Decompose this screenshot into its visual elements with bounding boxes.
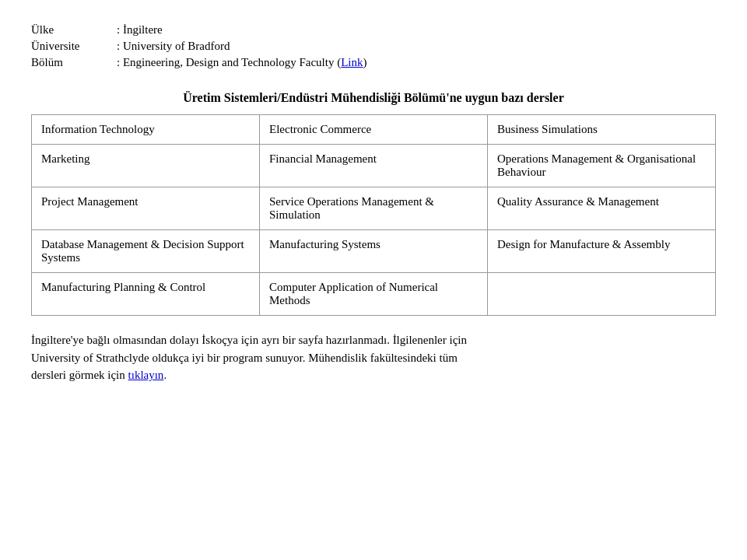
table-cell-0-2: Business Simulations — [488, 115, 716, 145]
footer-line1: İngiltere'ye bağlı olmasından dolayı İsk… — [31, 334, 467, 346]
footer-line3-suffix: . — [163, 369, 167, 381]
table-row: Manufacturing Planning & ControlComputer… — [32, 273, 716, 316]
ulke-value: : İngiltere — [117, 23, 163, 37]
universite-label: Üniversite — [31, 40, 117, 53]
bolum-label: Bölüm — [31, 56, 117, 69]
header-section: Ülke : İngiltere Üniversite : University… — [31, 23, 716, 69]
table-cell-2-0: Project Management — [32, 187, 260, 230]
table-cell-2-2: Quality Assurance & Management — [488, 187, 716, 230]
table-row: MarketingFinancial ManagementOperations … — [32, 145, 716, 187]
table-cell-1-1: Financial Management — [260, 145, 488, 187]
bolum-text: : Engineering, Design and Technology Fac… — [117, 56, 341, 68]
universite-row: Üniversite : University of Bradford — [31, 40, 716, 53]
table-cell-0-0: Information Technology — [32, 115, 260, 145]
ulke-label: Ülke — [31, 23, 117, 37]
footer-line2: University of Strathclyde oldukça iyi bi… — [31, 352, 458, 364]
table-cell-3-1: Manufacturing Systems — [260, 230, 488, 273]
table-row: Information TechnologyElectronic Commerc… — [32, 115, 716, 145]
table-cell-1-2: Operations Management & Organisational B… — [488, 145, 716, 187]
table-cell-4-0: Manufacturing Planning & Control — [32, 273, 260, 316]
section-title: Üretim Sistemleri/Endüstri Mühendisliği … — [31, 91, 716, 105]
footer-line3-prefix: dersleri görmek için — [31, 369, 128, 381]
table-cell-3-0: Database Management & Decision Support S… — [32, 230, 260, 273]
table-cell-1-0: Marketing — [32, 145, 260, 187]
bolum-link[interactable]: Link — [341, 56, 363, 68]
ulke-row: Ülke : İngiltere — [31, 23, 716, 37]
table-row: Database Management & Decision Support S… — [32, 230, 716, 273]
courses-table: Information TechnologyElectronic Commerc… — [31, 114, 716, 316]
table-cell-3-2: Design for Manufacture & Assembly — [488, 230, 716, 273]
bolum-value: : Engineering, Design and Technology Fac… — [117, 56, 367, 69]
universite-value: : University of Bradford — [117, 40, 230, 53]
footer-link[interactable]: tıklayın — [128, 369, 164, 381]
table-cell-2-1: Service Operations Management & Simulati… — [260, 187, 488, 230]
table-cell-4-2 — [488, 273, 716, 316]
table-cell-4-1: Computer Application of Numerical Method… — [260, 273, 488, 316]
table-cell-0-1: Electronic Commerce — [260, 115, 488, 145]
bolum-row: Bölüm : Engineering, Design and Technolo… — [31, 56, 716, 69]
table-row: Project ManagementService Operations Man… — [32, 187, 716, 230]
bolum-close: ) — [363, 56, 367, 68]
footer-text: İngiltere'ye bağlı olmasından dolayı İsk… — [31, 331, 716, 384]
